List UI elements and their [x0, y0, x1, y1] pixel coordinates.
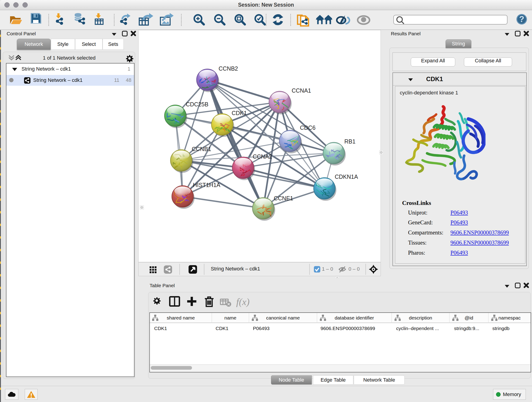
svg-text:CDK1: CDK1: [232, 110, 247, 116]
svg-text:?: ?: [519, 14, 524, 24]
svg-text:CCNB1: CCNB1: [192, 146, 211, 152]
svg-text:HIST1H1A: HIST1H1A: [193, 182, 220, 188]
svg-text:CCNE1: CCNE1: [274, 195, 293, 201]
svg-text:CCNA2: CCNA2: [253, 153, 272, 160]
svg-text:CCNA1: CCNA1: [292, 87, 311, 94]
svg-text:CCNB2: CCNB2: [219, 65, 238, 72]
svg-text:f(x): f(x): [236, 297, 249, 307]
svg-text:RB1: RB1: [344, 138, 355, 145]
svg-text:CDC25B: CDC25B: [186, 101, 209, 108]
svg-text:CDKN1A: CDKN1A: [335, 173, 358, 180]
svg-text:CDC6: CDC6: [300, 124, 316, 131]
